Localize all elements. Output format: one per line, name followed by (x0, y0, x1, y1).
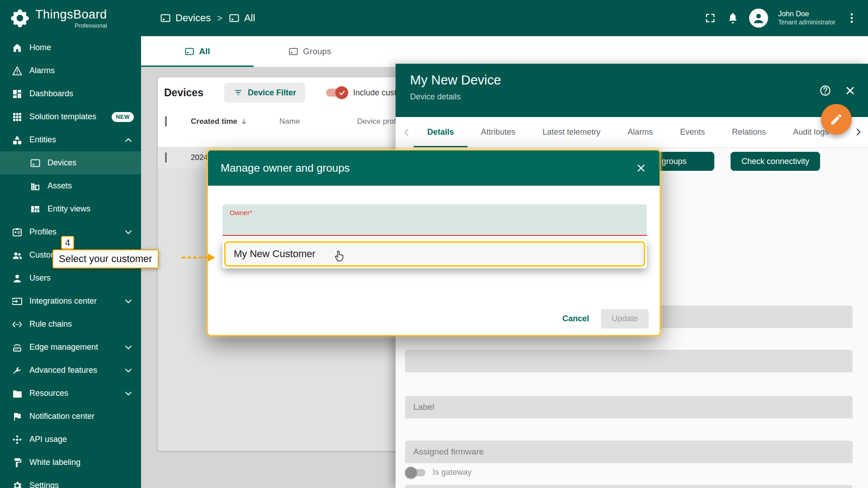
check-connectivity-button[interactable]: Check connectivity (731, 152, 820, 171)
include-customer-toggle[interactable] (326, 89, 347, 97)
drawer-tabs: Details Attributes Latest telemetry Alar… (396, 117, 868, 148)
tab-alarms[interactable]: Alarms (614, 117, 666, 147)
table-title: Devices (164, 87, 203, 99)
integrations-icon (12, 296, 23, 307)
device-title: My New Device (410, 73, 855, 88)
more-menu-icon[interactable] (845, 12, 858, 24)
is-gateway-toggle[interactable] (406, 469, 425, 476)
field-assigned-software[interactable]: Assigned software (405, 485, 853, 488)
sidebar-item-dashboards[interactable]: Dashboards (0, 82, 141, 105)
select-all-checkbox[interactable] (165, 116, 167, 127)
tabs-scroll-left-icon[interactable] (401, 127, 413, 138)
tutorial-connector-line (182, 257, 208, 258)
tab-attributes[interactable]: Attributes (467, 117, 529, 147)
tabs-scroll-right-icon[interactable] (852, 126, 864, 138)
field-assigned-firmware[interactable]: Assigned firmware (405, 441, 853, 463)
sidebar-item-label: Assets (47, 181, 72, 191)
sidebar-item-label: Devices (47, 158, 76, 168)
home-icon (12, 42, 23, 53)
new-badge: NEW (112, 112, 134, 122)
device-filter-button[interactable]: Device Filter (224, 83, 305, 103)
entity-group-tabs: All Groups (141, 36, 868, 67)
sidebar-item-label: Entities (29, 135, 56, 145)
sidebar-item-users[interactable]: Users (0, 267, 141, 290)
breadcrumb-devices[interactable]: Devices (160, 12, 211, 24)
sidebar-item-rule-chains[interactable]: Rule chains (0, 313, 141, 336)
customers-icon (12, 250, 23, 261)
sidebar-item-label: API usage (29, 435, 67, 444)
owner-input[interactable]: Owner* (222, 204, 647, 236)
column-name[interactable]: Name (279, 117, 357, 126)
tab-all[interactable]: All (141, 36, 254, 67)
sidebar-item-white-labeling[interactable]: White labeling (0, 451, 141, 474)
device-filter-label: Device Filter (248, 88, 296, 98)
folder-icon (12, 388, 23, 399)
breadcrumb-separator: > (217, 13, 222, 23)
devices-icon (30, 158, 41, 169)
sidebar-item-resources[interactable]: Resources (0, 382, 141, 405)
notifications-bell-icon[interactable] (726, 12, 739, 24)
sidebar-item-notification-center[interactable]: Notification center (0, 405, 141, 428)
profiles-icon (12, 227, 23, 238)
sidebar-item-label: Advanced features (29, 366, 97, 375)
tab-relations[interactable]: Relations (718, 117, 779, 147)
entity-views-icon (30, 204, 41, 215)
sidebar-item-label: Notification center (29, 412, 94, 421)
edge-antenna-icon (12, 342, 23, 353)
users-icon (12, 273, 23, 284)
chevron-down-icon (123, 388, 134, 399)
hand-cursor-icon (333, 248, 347, 263)
sidebar-item-label: Dashboards (29, 89, 73, 99)
chevron-down-icon (123, 365, 134, 376)
sidebar-item-label: Users (29, 273, 51, 283)
fullscreen-icon[interactable] (704, 12, 717, 24)
sidebar-item-settings[interactable]: Settings (0, 474, 141, 488)
brand[interactable]: ThingsBoard Professional (0, 8, 141, 29)
row-checkbox[interactable] (165, 152, 167, 163)
user-name: John Doe (778, 9, 835, 19)
devices-icon (160, 13, 171, 23)
thingsboard-logo-icon (10, 8, 30, 28)
sidebar-item-label: Resources (29, 389, 68, 398)
field-label[interactable]: Label (405, 396, 853, 418)
sidebar-item-home[interactable]: Home (0, 36, 141, 59)
is-gateway-label: Is gateway (433, 468, 472, 477)
tutorial-arrow-icon (208, 253, 215, 262)
close-dialog-icon[interactable] (635, 162, 647, 174)
sidebar-item-edge-management[interactable]: Edge management (0, 336, 141, 359)
cancel-button[interactable]: Cancel (562, 314, 589, 324)
sidebar-item-label: Edge management (29, 343, 98, 352)
field-device-profile[interactable] (405, 350, 853, 372)
tutorial-tooltip: Select your customer (52, 249, 159, 268)
dashboards-icon (12, 89, 23, 99)
sidebar-item-solution-templates[interactable]: Solution templates NEW (0, 105, 141, 128)
tab-details[interactable]: Details (414, 117, 467, 147)
manage-owner-dialog: Manage owner and groups Owner* My New Cu… (207, 150, 660, 336)
option-my-new-customer[interactable]: My New Customer (224, 241, 645, 267)
sidebar-item-devices[interactable]: Devices (0, 151, 141, 174)
update-button[interactable]: Update (601, 309, 649, 328)
avatar[interactable] (749, 9, 768, 28)
tab-events[interactable]: Events (666, 117, 718, 147)
rule-chains-icon (12, 319, 23, 330)
sidebar-item-label: Home (29, 43, 51, 52)
close-drawer-icon[interactable] (844, 84, 856, 97)
owner-required-label: Owner* (230, 209, 640, 216)
sidebar-item-assets[interactable]: Assets (0, 174, 141, 197)
help-icon[interactable] (819, 84, 831, 97)
brand-name: ThingsBoard (35, 8, 107, 22)
sidebar-item-alarms[interactable]: Alarms (0, 59, 141, 82)
breadcrumb-all-label: All (244, 12, 255, 24)
tab-groups[interactable]: Groups (254, 36, 366, 67)
sidebar-item-entity-views[interactable]: Entity views (0, 197, 141, 221)
sidebar-item-api-usage[interactable]: API usage (0, 428, 141, 451)
column-created-time[interactable]: Created time (191, 117, 237, 126)
wrench-icon (12, 365, 23, 376)
edit-device-fab[interactable] (821, 104, 852, 135)
sidebar-item-advanced-features[interactable]: Advanced features (0, 359, 141, 382)
breadcrumb-all[interactable]: All (229, 12, 255, 24)
tab-latest-telemetry[interactable]: Latest telemetry (529, 117, 614, 147)
option-label: My New Customer (234, 248, 316, 260)
sidebar-item-integrations-center[interactable]: Integrations center (0, 290, 141, 313)
sidebar-item-entities[interactable]: Entities (0, 128, 141, 151)
